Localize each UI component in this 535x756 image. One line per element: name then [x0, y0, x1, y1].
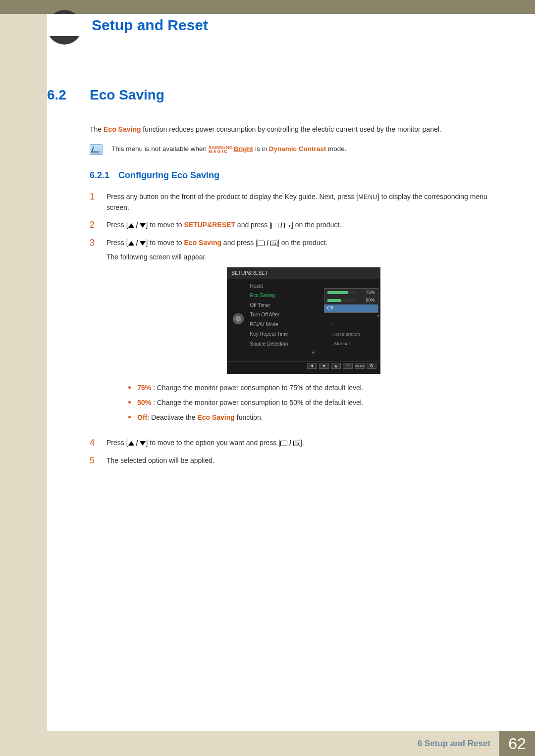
intro-paragraph: The Eco Saving function reduces power co…: [90, 124, 500, 135]
osd-item-turn-off-after: Turn Off After: [250, 311, 300, 319]
step-list: 1 Press any button on the front of the p…: [90, 192, 500, 466]
step-3: 3 Press [/] to move to Eco Saving and pr…: [90, 238, 500, 431]
step-text: The selected option will be applied.: [107, 455, 500, 466]
top-banner: [0, 0, 535, 14]
step-text: Press [/] to move to SETUP&RESET and pre…: [107, 220, 500, 231]
osd-up-icon: [331, 363, 341, 369]
step-number: 4: [90, 438, 98, 449]
section-number: 6.2: [47, 84, 76, 105]
gear-icon: [234, 314, 243, 323]
osd-right-arrow-icon: ▸: [377, 313, 379, 319]
step-number: 5: [90, 455, 98, 466]
step-3-followup: The following screen will appear.: [107, 252, 500, 263]
note-bright: Bright: [233, 145, 253, 152]
bullet-off: Off: Deactivate the Eco Saving function.: [126, 412, 500, 423]
osd-item-source-detect: Source Detection: [250, 340, 300, 348]
options-bullets: 75% : Change the monitor power consumpti…: [126, 383, 500, 423]
osd-down-icon: [319, 363, 329, 369]
osd-panel: SETUP&RESET Reset Eco Saving: Off Timer:…: [227, 267, 380, 374]
osd-item-pcav-mode: PC/AV Mode: [250, 321, 300, 329]
section-heading: 6.2 Eco Saving: [47, 84, 500, 105]
bullet-50: 50% : Change the monitor power consumpti…: [126, 398, 500, 408]
eco-saving-label: Eco Saving: [184, 239, 221, 247]
footer-page-number: 62: [499, 731, 535, 756]
step-text: Press [/] to move to Eco Saving and pres…: [107, 238, 500, 431]
osd-item-off-timer: Off Timer: [250, 302, 300, 309]
subsection-number: 6.2.1: [90, 169, 109, 183]
step-5: 5 The selected option will be applied.: [90, 455, 500, 466]
enter-source-icon: /: [271, 220, 291, 231]
osd-back-icon: [307, 363, 317, 369]
osd-title: SETUP&RESET: [227, 267, 380, 279]
bullet-75: 75% : Change the monitor power consumpti…: [126, 383, 500, 394]
footer-spacer: [0, 731, 414, 756]
enter-source-icon: /: [258, 238, 277, 249]
note-block: This menu is not available when SAMSUNGM…: [90, 144, 500, 155]
enter-source-icon: /: [280, 438, 300, 449]
osd-more-indicator-icon: ▾: [250, 350, 376, 356]
page-content: 6.2 Eco Saving The Eco Saving function r…: [47, 84, 500, 473]
step-number: 3: [90, 238, 98, 249]
step-1: 1 Press any button on the front of the p…: [90, 192, 500, 213]
step-number: 1: [90, 192, 98, 202]
note-mid: is in: [253, 145, 269, 152]
osd-auto-button: AUTO: [355, 363, 365, 369]
up-down-arrow-icon: /: [128, 238, 146, 249]
osd-item-reset: Reset: [250, 282, 300, 290]
section-body: The Eco Saving function reduces power co…: [90, 124, 500, 466]
note-pre: This menu is not available when: [111, 145, 209, 152]
osd-nav-row: ⏎ AUTO: [227, 361, 380, 370]
note-post: mode.: [326, 145, 346, 152]
page-footer: 6 Setup and Reset 62: [0, 731, 535, 756]
step-text: Press any button on the front of the pro…: [107, 192, 500, 213]
osd-power-icon: [367, 363, 376, 369]
osd-item-eco-saving: Eco Saving: [250, 292, 300, 300]
up-down-arrow-icon: /: [128, 438, 146, 449]
note-icon: [90, 144, 103, 155]
left-side-tab: [0, 14, 47, 731]
osd-screenshot: SETUP&RESET Reset Eco Saving: Off Timer:…: [107, 267, 500, 374]
menu-key: MENU: [358, 194, 377, 201]
step-2: 2 Press [/] to move to SETUP&RESET and p…: [90, 220, 500, 231]
footer-chapter: 6 Setup and Reset: [414, 731, 499, 756]
page-title: Setup and Reset: [92, 17, 208, 34]
intro-pre: The: [90, 125, 104, 133]
step-number: 2: [90, 220, 98, 231]
note-text: This menu is not available when SAMSUNGM…: [111, 144, 346, 154]
step-text: Press [/] to move to the option you want…: [107, 438, 500, 449]
subsection-heading: 6.2.1 Configuring Eco Saving: [90, 169, 500, 183]
intro-post: function reduces power consumption by co…: [141, 125, 441, 133]
up-down-arrow-icon: /: [128, 220, 146, 231]
osd-enter-icon: ⏎: [343, 363, 353, 369]
page-header: Setup and Reset: [47, 14, 535, 36]
samsung-magic-icon: SAMSUNGMAGIC: [209, 146, 233, 153]
section-title: Eco Saving: [90, 84, 164, 105]
subsection-title: Configuring Eco Saving: [118, 169, 219, 183]
osd-menu: Reset Eco Saving: Off Timer: Turn Off Af…: [246, 281, 376, 356]
osd-item-key-repeat: Key Repeat Time: [250, 330, 300, 338]
eco-dropdown: 75% 50% Off: [324, 288, 378, 313]
setup-reset-label: SETUP&RESET: [184, 221, 235, 229]
note-dynamic-contrast: Dynamic Contrast: [269, 145, 326, 152]
step-4: 4 Press [/] to move to the option you wa…: [90, 438, 500, 449]
intro-highlight: Eco Saving: [104, 125, 141, 133]
